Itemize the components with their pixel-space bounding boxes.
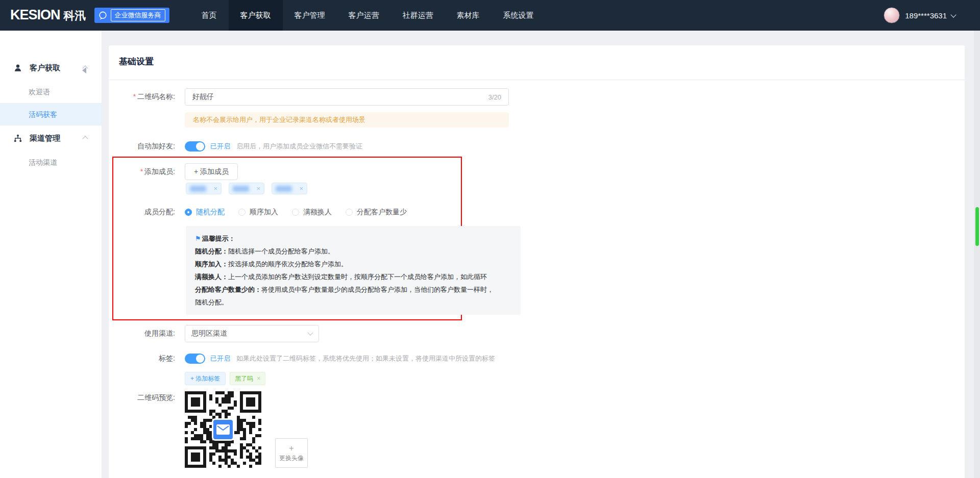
member-tag: × — [186, 183, 222, 194]
chevron-up-icon — [82, 136, 88, 141]
radio-random-allocation[interactable]: 随机分配 — [185, 208, 225, 217]
chevron-down-icon — [307, 330, 313, 335]
top-navbar: KESION 科汛 企业微信服务商 首页 客户获取 客户管理 客户运营 社群运营… — [0, 0, 980, 31]
tag-label: 标签: — [109, 354, 175, 363]
radio-dot — [346, 209, 353, 216]
page-title: 基础设置 — [109, 45, 965, 67]
tag-helper: 如果此处设置了二维码标签，系统将优先使用；如果未设置，将使用渠道中所设置的标签 — [236, 354, 495, 363]
user-avatar[interactable] — [884, 7, 900, 23]
tips-line: 随机分配。 — [195, 296, 511, 309]
radio-dot — [238, 209, 246, 216]
add-tag-button[interactable]: + 添加标签 — [185, 372, 226, 385]
qr-name-row: *二维码名称: 好靓仔 3/20 — [109, 88, 965, 106]
nav-item-customer-acquisition[interactable]: 客户获取 — [229, 0, 283, 31]
nav-item-community-operation[interactable]: 社群运营 — [391, 0, 445, 31]
highlight-red-box: *添加成员: + 添加成员 × × × — [112, 157, 462, 320]
tips-line: 分配给客户数量少的：将使用成员中客户数量最少的成员分配给客户添加，当他们的客户数… — [195, 283, 511, 296]
radio-dot — [185, 209, 192, 216]
close-icon[interactable]: × — [299, 185, 303, 192]
nav-item-system-settings[interactable]: 系统设置 — [492, 0, 546, 31]
close-icon[interactable]: × — [213, 185, 217, 192]
sidebar-group-channel-management[interactable]: 渠道管理 — [0, 125, 102, 151]
sidebar-group-label: 渠道管理 — [30, 134, 60, 143]
qr-preview-label: 二维码预览: — [109, 391, 175, 402]
main-menu: 首页 客户获取 客户管理 客户运营 社群运营 素材库 系统设置 — [190, 0, 546, 31]
nav-item-material-library[interactable]: 素材库 — [445, 0, 492, 31]
tips-title: 温馨提示： — [202, 235, 235, 242]
add-member-button[interactable]: + 添加成员 — [185, 163, 238, 180]
channel-value: 思明区渠道 — [191, 329, 227, 338]
add-member-label: *添加成员: — [113, 167, 175, 177]
tag-status: 已开启 — [210, 354, 230, 363]
radio-replace-when-full[interactable]: 满额换人 — [292, 208, 332, 217]
nav-item-customer-management[interactable]: 客户管理 — [283, 0, 337, 31]
nav-item-home[interactable]: 首页 — [190, 0, 229, 31]
chat-bubble-icon — [98, 11, 108, 20]
allocation-label: 成员分配: — [113, 208, 175, 217]
qr-preview-row: 二维码预览: + 更换头像 — [109, 391, 965, 468]
scrollbar[interactable] — [974, 31, 980, 478]
sidebar-group-customer-acquisition[interactable]: 客户获取 — [0, 55, 102, 81]
nav-item-customer-operation[interactable]: 客户运营 — [337, 0, 391, 31]
channel-label: 使用渠道: — [109, 329, 175, 338]
tips-panel: ⚑温馨提示： 随机分配：随机选择一个成员分配给客户添加。 顺序加入：按选择成员的… — [186, 226, 521, 315]
tag-toggle[interactable] — [185, 354, 205, 364]
channel-select[interactable]: 思明区渠道 — [185, 325, 319, 342]
add-member-row: *添加成员: + 添加成员 — [113, 163, 461, 180]
allocation-row: 成员分配: 随机分配 顺序加入 满额换人 分配客户数量少 — [113, 208, 461, 217]
plus-icon: + — [289, 444, 293, 453]
redacted-member-name — [190, 186, 206, 192]
radio-sequential-join[interactable]: 顺序加入 — [238, 208, 278, 217]
radio-dot — [292, 209, 299, 216]
tag-chip: 黑了吗 × — [230, 372, 265, 385]
brand-logo: KESION 科汛 — [10, 7, 86, 23]
settings-card: 基础设置 *二维码名称: 好靓仔 3/20 名称不会展示给用户，用于企业记录渠道… — [109, 45, 965, 478]
radio-least-customers[interactable]: 分配客户数量少 — [346, 208, 407, 217]
close-icon[interactable]: × — [256, 185, 260, 192]
badge-label: 企业微信服务商 — [111, 9, 165, 21]
tips-line: 满额换人：上一个成员添加的客户数达到设定数量时，按顺序分配下一个成员给客户添加，… — [195, 270, 511, 283]
auto-add-label: 自动加好友: — [109, 142, 175, 151]
auto-add-status: 已开启 — [210, 142, 230, 151]
tag-chip-label: 黑了吗 — [235, 374, 253, 383]
auto-add-helper: 启用后，用户添加成员企业微信不需要验证 — [236, 142, 362, 151]
org-chart-icon — [13, 134, 22, 143]
qr-name-label: *二维码名称: — [109, 92, 175, 102]
flag-icon: ⚑ — [195, 235, 201, 242]
char-counter: 3/20 — [488, 93, 501, 101]
qr-center-chat-icon — [212, 418, 234, 441]
sidebar-item-live-code-acquisition[interactable]: 活码获客 — [0, 103, 102, 125]
tips-line: 随机分配：随机选择一个成员分配给客户添加。 — [195, 245, 511, 258]
close-icon[interactable]: × — [257, 375, 260, 382]
logo-text-en: KESION — [10, 7, 60, 23]
tips-line: 顺序加入：按选择成员的顺序依次分配给客户添加。 — [195, 258, 511, 270]
sidebar: 客户获取 欢迎语 活码获客 渠道管理 活动渠道 — [0, 31, 102, 478]
qr-name-notice: 名称不会展示给用户，用于企业记录渠道名称或者使用场景 — [185, 112, 509, 128]
sidebar-group-label: 客户获取 — [30, 63, 60, 73]
qr-name-input[interactable]: 好靓仔 3/20 — [185, 88, 509, 106]
redacted-member-name — [276, 186, 292, 192]
chevron-up-icon — [82, 65, 88, 71]
user-account-menu[interactable]: 189****3631 — [884, 7, 955, 23]
logo-text-cn: 科汛 — [64, 8, 86, 23]
member-tag: × — [272, 183, 307, 194]
sidebar-item-activity-channel[interactable]: 活动渠道 — [0, 151, 102, 173]
qr-code-image — [185, 391, 261, 468]
change-avatar-button[interactable]: + 更换头像 — [275, 438, 308, 468]
member-tags: × × × — [186, 183, 461, 194]
wechat-service-badge: 企业微信服务商 — [94, 8, 169, 23]
scrollbar-thumb[interactable] — [975, 207, 979, 246]
user-phone: 189****3631 — [905, 11, 947, 20]
auto-add-toggle[interactable] — [185, 141, 205, 152]
redacted-member-name — [233, 186, 249, 192]
member-tag: × — [229, 183, 264, 194]
chevron-down-icon — [950, 12, 956, 17]
qr-name-value: 好靓仔 — [192, 92, 214, 102]
user-icon — [13, 63, 22, 72]
sidebar-item-welcome-message[interactable]: 欢迎语 — [0, 81, 102, 103]
